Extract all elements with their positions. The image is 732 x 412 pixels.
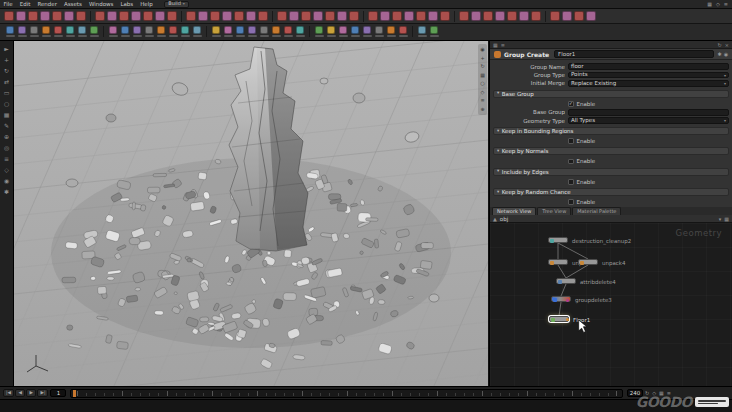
left-tool-icon-9[interactable]: ◎ (4, 145, 9, 151)
shelf-tool-icon[interactable] (258, 11, 268, 21)
param-section[interactable]: ▾Keep by Random Chance (493, 188, 729, 196)
shelf-tool-icon[interactable] (210, 11, 220, 21)
param-section[interactable]: ▾Base Group (493, 90, 729, 98)
shelf-tool[interactable] (327, 26, 336, 38)
menu-edit[interactable]: Edit (16, 0, 34, 9)
shelf-tool[interactable] (224, 26, 233, 38)
shelf-tool-icon[interactable] (143, 11, 153, 21)
shelf-tool-icon[interactable] (380, 11, 390, 21)
left-tool-icon-8[interactable]: ⊕ (4, 134, 9, 140)
gear-icon[interactable]: ✱ (717, 51, 721, 57)
shelf-tool-icon[interactable] (428, 11, 438, 21)
pane-refresh-icon[interactable]: ↻ (718, 41, 722, 49)
shelf-tool[interactable] (212, 26, 221, 38)
transport-button-2[interactable]: ▶ (26, 389, 35, 398)
shelf-tool-icon[interactable] (119, 11, 129, 21)
shelf-tool[interactable] (296, 26, 305, 38)
shelf-tool-icon[interactable] (4, 11, 14, 21)
shelf-tool-icon[interactable] (531, 11, 541, 21)
shelf-tool-icon[interactable] (186, 11, 196, 21)
shelf-tool-icon[interactable] (131, 11, 141, 21)
left-tool-icon-13[interactable]: ✱ (4, 189, 9, 195)
shelf-tool-icon[interactable] (246, 11, 256, 21)
checkbox[interactable] (568, 138, 574, 144)
left-tool-icon-1[interactable]: + (4, 57, 9, 63)
node-attribdelete4[interactable]: attribdelete4 (556, 278, 576, 284)
left-tool-icon-3[interactable]: ⇄ (4, 79, 9, 85)
shelf-tool[interactable] (30, 26, 39, 38)
shelf-tool-icon[interactable] (155, 11, 165, 21)
param-section[interactable]: ▾Keep by Normals (493, 147, 729, 155)
shelf-tool[interactable] (236, 26, 245, 38)
node-destruction_cleanup2[interactable]: destruction_cleanup2 (548, 237, 568, 243)
checkbox[interactable] (568, 179, 574, 185)
transport-button-0[interactable]: |◀ (3, 389, 14, 398)
shelf-tool[interactable] (66, 26, 75, 38)
shelf-tool[interactable] (157, 26, 166, 38)
shelf-tool[interactable] (109, 26, 118, 38)
shelf-tool[interactable] (78, 26, 87, 38)
left-tool-icon-4[interactable]: ▭ (4, 90, 10, 96)
menu-help[interactable]: Help (137, 0, 157, 9)
left-tool-icon-5[interactable]: ○ (4, 101, 9, 107)
view-control-icon-0[interactable]: ◉ (480, 47, 484, 52)
checkbox[interactable]: ✓ (568, 101, 574, 107)
left-tool-icon-2[interactable]: ↻ (4, 68, 9, 74)
shelf-tool-icon[interactable] (222, 11, 232, 21)
shelf-tool[interactable] (18, 26, 27, 38)
shelf-tool-icon[interactable] (574, 11, 584, 21)
param-section[interactable]: ▾Include by Edges (493, 168, 729, 176)
shelf-tool-icon[interactable] (392, 11, 402, 21)
shelf-tool-icon[interactable] (495, 11, 505, 21)
param-dropdown[interactable]: Points▾ (568, 72, 729, 79)
path-grid-icon[interactable]: ▦ (724, 216, 729, 222)
shelf-tool[interactable] (272, 26, 281, 38)
transport-button-3[interactable]: ▶| (37, 389, 48, 398)
shelf-tool-icon[interactable] (507, 11, 517, 21)
node-unpack4[interactable]: unpack4 (578, 259, 598, 265)
node-groupdelete3[interactable]: groupdelete3 (551, 296, 571, 302)
view-control-icon-6[interactable]: ≡ (480, 98, 484, 103)
view-control-icon-3[interactable]: ▦ (480, 73, 485, 78)
shelf-tool-icon[interactable] (289, 11, 299, 21)
shelf-tool[interactable] (363, 26, 372, 38)
shelf-tool[interactable] (284, 26, 293, 38)
shelf-tool-icon[interactable] (167, 11, 177, 21)
shelf-tool[interactable] (430, 26, 439, 38)
checkbox[interactable] (568, 159, 574, 165)
view-control-icon-2[interactable]: ↻ (480, 64, 484, 69)
left-tool-icon-10[interactable]: ≡ (4, 156, 9, 162)
left-tool-icon-11[interactable]: ◇ (4, 167, 9, 173)
transport-button-1[interactable]: ◀ (15, 389, 24, 398)
shelf-tool-icon[interactable] (198, 11, 208, 21)
shelf-tool[interactable] (42, 26, 51, 38)
shelf-tool-icon[interactable] (95, 11, 105, 21)
shelf-tool-icon[interactable] (301, 11, 311, 21)
view-control-icon-5[interactable]: ◇ (481, 90, 485, 95)
shelf-tool[interactable] (181, 26, 190, 38)
shelf-tool[interactable] (248, 26, 257, 38)
shelf-tool-icon[interactable] (28, 11, 38, 21)
network-canvas[interactable]: Geometry destruction_cleanup2unpack3unpa… (490, 223, 732, 386)
shelf-tool[interactable] (315, 26, 324, 38)
pane-close-icon[interactable]: × (725, 41, 729, 49)
shelf-tool[interactable] (121, 26, 130, 38)
shelf-tool[interactable] (169, 26, 178, 38)
shelf-tool-icon[interactable] (404, 11, 414, 21)
current-frame-field[interactable]: 1 (50, 389, 66, 397)
left-tool-icon-12[interactable]: ◉ (4, 178, 9, 184)
shelf-tool-icon[interactable] (40, 11, 50, 21)
shelf-tool-icon[interactable] (416, 11, 426, 21)
shelf-tool-icon[interactable] (277, 11, 287, 21)
shelf-tool[interactable] (6, 26, 15, 38)
param-field[interactable]: floor (568, 63, 729, 70)
left-tool-icon-6[interactable]: ▦ (4, 112, 10, 118)
timeline-ruler[interactable] (70, 389, 623, 398)
menu-windows[interactable]: Windows (85, 0, 117, 9)
menu-file[interactable]: File (0, 0, 16, 9)
shelf-tool-icon[interactable] (519, 11, 529, 21)
shelf-tool[interactable] (339, 26, 348, 38)
shelf-tool[interactable] (54, 26, 63, 38)
network-tab-0[interactable]: Network View (492, 207, 536, 215)
view-control-icon-7[interactable]: ⊕ (480, 107, 484, 112)
